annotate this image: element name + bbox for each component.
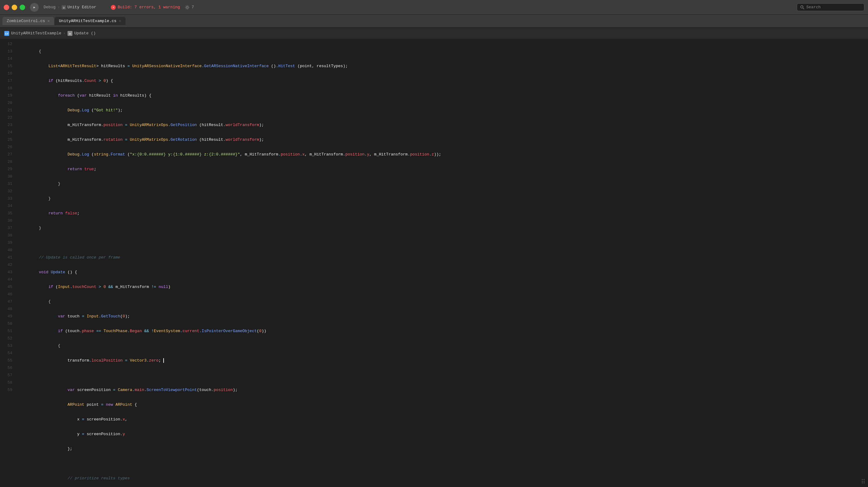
build-status: ✕ Build: 7 errors, 1 warning bbox=[111, 5, 180, 10]
line-22: } bbox=[20, 195, 868, 202]
breadcrumb-arrow: › bbox=[63, 31, 66, 36]
line-24: } bbox=[20, 225, 868, 232]
search-label: Search bbox=[806, 5, 821, 9]
line-20: return true; bbox=[20, 166, 868, 173]
search-icon bbox=[800, 5, 804, 9]
tab-unityhittest-label: UnityARHitTestExample.cs bbox=[59, 19, 116, 23]
breadcrumb-class[interactable]: UnityARHitTestExample bbox=[11, 31, 61, 36]
tabs-bar: ZombieControl.cs ✕ UnityARHitTestExample… bbox=[0, 15, 868, 28]
titlebar: ▶ Debug › U Unity Editor ✕ Build: 7 erro… bbox=[0, 0, 868, 15]
line-16: Debug.Log ("Got hit!"); bbox=[20, 107, 868, 114]
svg-text:U: U bbox=[63, 6, 64, 9]
line-13: List<ARHitTestResult> hitResults = Unity… bbox=[20, 63, 868, 70]
line-37: x = screenPosition.x, bbox=[20, 416, 868, 423]
tab-zombiecontrol[interactable]: ZombieControl.cs ✕ bbox=[2, 17, 54, 25]
line-14: if (hitResults.Count > 0) { bbox=[20, 77, 868, 85]
close-button[interactable] bbox=[4, 5, 9, 10]
method-icon: m bbox=[67, 31, 72, 36]
minimize-button[interactable] bbox=[12, 5, 17, 10]
line-27: void Update () { bbox=[20, 269, 868, 276]
line-36: ARPoint point = new ARPoint { bbox=[20, 401, 868, 409]
breadcrumb-separator: › bbox=[57, 5, 60, 9]
svg-point-2 bbox=[186, 6, 188, 8]
svg-line-4 bbox=[803, 8, 804, 9]
line-41: // prioritize reults types bbox=[20, 475, 868, 482]
line-28: if (Input.touchCount > 0 && m_HitTransfo… bbox=[20, 283, 868, 291]
breadcrumb-method[interactable]: Update () bbox=[74, 31, 96, 36]
line-12: { bbox=[20, 48, 868, 55]
debug-label: Debug bbox=[43, 5, 56, 9]
line-29: { bbox=[20, 298, 868, 305]
svg-text:m: m bbox=[69, 33, 71, 36]
line-21: } bbox=[20, 180, 868, 188]
debug-breadcrumb: Debug › U Unity Editor bbox=[43, 5, 96, 9]
tab-unityhittest[interactable]: UnityARHitTestExample.cs ○ bbox=[55, 17, 125, 25]
unity-editor-label: Unity Editor bbox=[67, 5, 96, 9]
traffic-lights bbox=[4, 5, 25, 10]
error-icon: ✕ bbox=[111, 5, 116, 10]
line-17: m_HitTransform.position = UnityARMatrixO… bbox=[20, 122, 868, 129]
line-38: y = screenPosition.y bbox=[20, 430, 868, 438]
line-39: }; bbox=[20, 445, 868, 453]
tab-unityhittest-close[interactable]: ○ bbox=[119, 19, 121, 23]
code-area: 12 13 14 15 16 17 18 19 20 21 22 23 24 2… bbox=[0, 39, 868, 487]
maximize-button[interactable] bbox=[20, 5, 25, 10]
line-numbers: 12 13 14 15 16 17 18 19 20 21 22 23 24 2… bbox=[0, 39, 17, 487]
gear-area: 7 bbox=[185, 5, 194, 10]
line-18: m_HitTransform.rotation = UnityARMatrixO… bbox=[20, 136, 868, 143]
line-40 bbox=[20, 460, 868, 467]
line-23: return false; bbox=[20, 210, 868, 217]
line-25 bbox=[20, 239, 868, 247]
gear-icon bbox=[185, 5, 190, 10]
build-status-text: Build: 7 errors, 1 warning bbox=[118, 5, 180, 9]
play-button[interactable]: ▶ bbox=[30, 3, 39, 12]
line-19: Debug.Log (string.Format ("x:{0:0.######… bbox=[20, 151, 868, 158]
search-box[interactable]: Search bbox=[797, 3, 864, 11]
tab-zombiecontrol-label: ZombieControl.cs bbox=[7, 19, 45, 23]
line-31: if (touch.phase == TouchPhase.Began && !… bbox=[20, 327, 868, 335]
tab-zombiecontrol-close[interactable]: ✕ bbox=[48, 19, 50, 23]
line-33: transform.localPosition = Vector3.zero; bbox=[20, 357, 868, 364]
line-32: { bbox=[20, 342, 868, 350]
code-content[interactable]: { List<ARHitTestResult> hitResults = Uni… bbox=[17, 39, 868, 487]
svg-point-3 bbox=[801, 5, 803, 8]
line-26: // Update is called once per frame bbox=[20, 254, 868, 261]
svg-text:C#: C# bbox=[5, 33, 9, 36]
breadcrumb-nav: C# UnityARHitTestExample › m Update () bbox=[0, 28, 868, 39]
line-30: var touch = Input.GetTouch(0); bbox=[20, 313, 868, 320]
line-35: var screenPosition = Camera.main.ScreenT… bbox=[20, 386, 868, 394]
unity-icon: U bbox=[62, 5, 66, 9]
file-icon: C# bbox=[4, 31, 9, 36]
scrollbar-indicator: ⠿ bbox=[861, 478, 866, 486]
gear-count: 7 bbox=[191, 5, 194, 9]
line-15: foreach (var hitResult in hitResults) { bbox=[20, 92, 868, 99]
line-34 bbox=[20, 372, 868, 379]
